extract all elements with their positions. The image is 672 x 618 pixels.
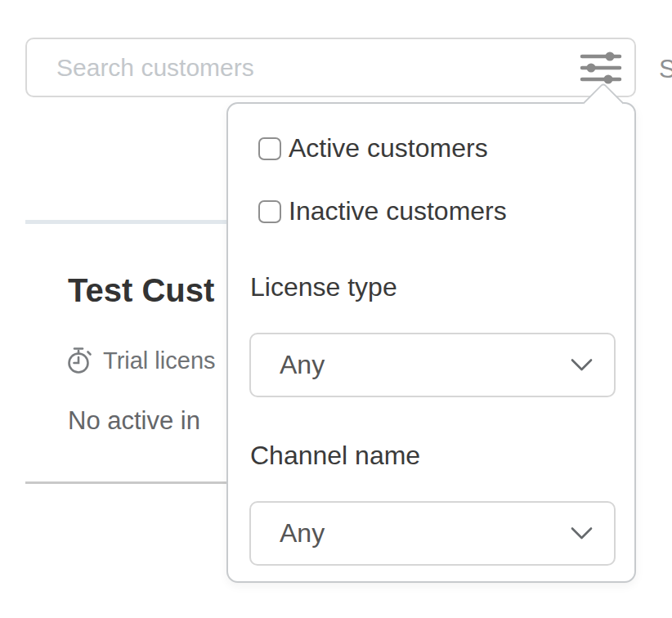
- sliders-filter-icon: [580, 49, 622, 87]
- chevron-down-icon: [571, 526, 593, 540]
- license-type-select[interactable]: Any: [249, 333, 616, 397]
- customer-name-heading: Test Cust: [68, 272, 214, 309]
- inactive-customers-checkbox-row[interactable]: Inactive customers: [258, 196, 507, 226]
- installation-status-text: No active in: [68, 406, 200, 436]
- active-customers-checkbox-row[interactable]: Active customers: [258, 133, 488, 163]
- customer-search-box[interactable]: Search customers: [25, 38, 636, 97]
- channel-name-select[interactable]: Any: [249, 501, 616, 566]
- search-input[interactable]: Search customers: [56, 54, 572, 82]
- inactive-customers-label: Inactive customers: [289, 196, 507, 226]
- filter-popover: Active customers Inactive customers Lice…: [226, 102, 636, 583]
- channel-name-selected-value: Any: [280, 518, 571, 549]
- active-customers-label: Active customers: [289, 133, 488, 163]
- timer-icon: [66, 346, 93, 375]
- license-status-row: Trial licens: [66, 346, 216, 375]
- inactive-customers-checkbox[interactable]: [258, 200, 281, 223]
- license-type-label: License type: [250, 272, 397, 302]
- license-type-selected-value: Any: [280, 350, 571, 380]
- right-edge-clipped-label: S: [659, 55, 672, 84]
- section-divider-bottom: [25, 481, 226, 484]
- active-customers-checkbox[interactable]: [258, 137, 281, 160]
- channel-name-label: Channel name: [250, 441, 420, 471]
- section-divider-top: [25, 220, 226, 224]
- license-text: Trial licens: [103, 347, 216, 374]
- chevron-down-icon: [571, 358, 593, 372]
